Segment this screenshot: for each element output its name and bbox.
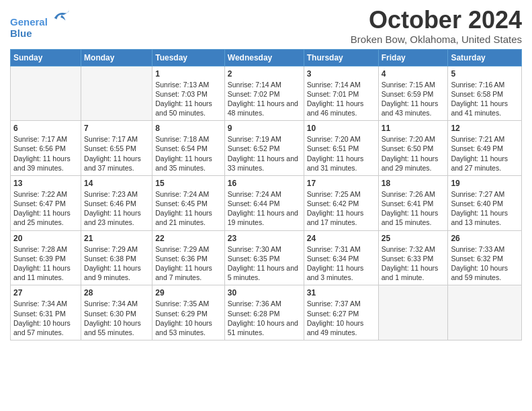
day-cell: 2Sunrise: 7:14 AMSunset: 7:02 PMDaylight…: [224, 66, 304, 121]
page-title: October 2024: [351, 7, 522, 34]
day-cell: 5Sunrise: 7:16 AMSunset: 6:58 PMDaylight…: [448, 66, 522, 121]
day-info: Sunrise: 7:17 AMSunset: 6:56 PMDaylight:…: [13, 134, 78, 173]
day-cell: 21Sunrise: 7:29 AMSunset: 6:38 PMDayligh…: [81, 230, 152, 285]
day-info: Sunrise: 7:14 AMSunset: 7:02 PMDaylight:…: [228, 80, 301, 118]
day-cell: 26Sunrise: 7:33 AMSunset: 6:32 PMDayligh…: [448, 230, 522, 285]
day-cell: 15Sunrise: 7:24 AMSunset: 6:45 PMDayligh…: [152, 175, 225, 230]
day-number: 18: [382, 179, 445, 188]
day-number: 11: [382, 124, 445, 133]
day-number: 4: [382, 69, 445, 79]
day-cell: 9Sunrise: 7:19 AMSunset: 6:52 PMDaylight…: [224, 121, 304, 176]
day-info: Sunrise: 7:26 AMSunset: 6:41 PMDaylight:…: [382, 189, 445, 228]
day-cell: 18Sunrise: 7:26 AMSunset: 6:41 PMDayligh…: [378, 175, 448, 230]
day-number: 22: [155, 234, 222, 243]
day-info: Sunrise: 7:34 AMSunset: 6:31 PMDaylight:…: [13, 299, 78, 337]
day-number: 15: [155, 179, 222, 188]
day-number: 16: [228, 179, 301, 188]
day-info: Sunrise: 7:29 AMSunset: 6:36 PMDaylight:…: [155, 244, 222, 283]
day-number: 27: [13, 288, 78, 298]
day-number: 2: [228, 69, 301, 79]
day-number: 17: [307, 179, 375, 188]
day-cell: 7Sunrise: 7:17 AMSunset: 6:55 PMDaylight…: [81, 121, 152, 176]
header-row: SundayMondayTuesdayWednesdayThursdayFrid…: [11, 49, 522, 66]
day-info: Sunrise: 7:15 AMSunset: 6:59 PMDaylight:…: [382, 80, 445, 118]
day-cell: 8Sunrise: 7:18 AMSunset: 6:54 PMDaylight…: [152, 121, 225, 176]
day-number: 31: [307, 288, 375, 298]
day-info: Sunrise: 7:25 AMSunset: 6:42 PMDaylight:…: [307, 189, 375, 228]
day-cell: 31Sunrise: 7:37 AMSunset: 6:27 PMDayligh…: [304, 285, 378, 340]
title-block: October 2024 Broken Bow, Oklahoma, Unite…: [351, 7, 522, 45]
day-info: Sunrise: 7:23 AMSunset: 6:46 PMDaylight:…: [84, 189, 149, 228]
day-cell: 29Sunrise: 7:35 AMSunset: 6:29 PMDayligh…: [152, 285, 225, 340]
day-number: 10: [307, 124, 375, 133]
day-info: Sunrise: 7:37 AMSunset: 6:27 PMDaylight:…: [307, 299, 375, 337]
day-cell: [448, 285, 522, 340]
day-cell: 28Sunrise: 7:34 AMSunset: 6:30 PMDayligh…: [81, 285, 152, 340]
week-row-3: 13Sunrise: 7:22 AMSunset: 6:47 PMDayligh…: [11, 175, 522, 230]
day-number: 21: [84, 234, 149, 243]
col-header-sunday: Sunday: [11, 49, 81, 66]
day-cell: 27Sunrise: 7:34 AMSunset: 6:31 PMDayligh…: [11, 285, 81, 340]
week-row-4: 20Sunrise: 7:28 AMSunset: 6:39 PMDayligh…: [11, 230, 522, 285]
day-cell: 20Sunrise: 7:28 AMSunset: 6:39 PMDayligh…: [11, 230, 81, 285]
day-number: 25: [382, 234, 445, 243]
day-info: Sunrise: 7:13 AMSunset: 7:03 PMDaylight:…: [155, 80, 222, 118]
day-info: Sunrise: 7:35 AMSunset: 6:29 PMDaylight:…: [155, 299, 222, 337]
day-cell: 4Sunrise: 7:15 AMSunset: 6:59 PMDaylight…: [378, 66, 448, 121]
day-number: 14: [84, 179, 149, 188]
day-number: 6: [13, 124, 78, 133]
day-info: Sunrise: 7:17 AMSunset: 6:55 PMDaylight:…: [84, 134, 149, 173]
day-info: Sunrise: 7:21 AMSunset: 6:49 PMDaylight:…: [451, 134, 519, 173]
day-cell: 6Sunrise: 7:17 AMSunset: 6:56 PMDaylight…: [11, 121, 81, 176]
day-number: 1: [155, 69, 222, 79]
day-cell: 22Sunrise: 7:29 AMSunset: 6:36 PMDayligh…: [152, 230, 225, 285]
day-cell: [81, 66, 152, 121]
day-info: Sunrise: 7:33 AMSunset: 6:32 PMDaylight:…: [451, 244, 519, 283]
day-cell: 1Sunrise: 7:13 AMSunset: 7:03 PMDaylight…: [152, 66, 225, 121]
day-cell: 13Sunrise: 7:22 AMSunset: 6:47 PMDayligh…: [11, 175, 81, 230]
page-subtitle: Broken Bow, Oklahoma, United States: [351, 34, 522, 45]
day-info: Sunrise: 7:24 AMSunset: 6:45 PMDaylight:…: [155, 189, 222, 228]
day-info: Sunrise: 7:27 AMSunset: 6:40 PMDaylight:…: [451, 189, 519, 228]
day-info: Sunrise: 7:14 AMSunset: 7:01 PMDaylight:…: [307, 80, 375, 118]
calendar-table: SundayMondayTuesdayWednesdayThursdayFrid…: [10, 49, 522, 340]
day-cell: 30Sunrise: 7:36 AMSunset: 6:28 PMDayligh…: [224, 285, 304, 340]
day-info: Sunrise: 7:28 AMSunset: 6:39 PMDaylight:…: [13, 244, 78, 283]
day-number: 24: [307, 234, 375, 243]
day-cell: [11, 66, 81, 121]
week-row-2: 6Sunrise: 7:17 AMSunset: 6:56 PMDaylight…: [11, 121, 522, 176]
col-header-monday: Monday: [81, 49, 152, 66]
col-header-thursday: Thursday: [304, 49, 378, 66]
day-number: 28: [84, 288, 149, 298]
day-number: 7: [84, 124, 149, 133]
day-info: Sunrise: 7:31 AMSunset: 6:34 PMDaylight:…: [307, 244, 375, 283]
day-cell: 10Sunrise: 7:20 AMSunset: 6:51 PMDayligh…: [304, 121, 378, 176]
day-cell: 23Sunrise: 7:30 AMSunset: 6:35 PMDayligh…: [224, 230, 304, 285]
day-info: Sunrise: 7:20 AMSunset: 6:50 PMDaylight:…: [382, 134, 445, 173]
day-cell: 11Sunrise: 7:20 AMSunset: 6:50 PMDayligh…: [378, 121, 448, 176]
day-cell: 3Sunrise: 7:14 AMSunset: 7:01 PMDaylight…: [304, 66, 378, 121]
day-info: Sunrise: 7:32 AMSunset: 6:33 PMDaylight:…: [382, 244, 445, 283]
day-cell: 19Sunrise: 7:27 AMSunset: 6:40 PMDayligh…: [448, 175, 522, 230]
day-number: 19: [451, 179, 519, 188]
logo-text: General: [10, 7, 71, 28]
col-header-friday: Friday: [378, 49, 448, 66]
day-info: Sunrise: 7:18 AMSunset: 6:54 PMDaylight:…: [155, 134, 222, 173]
day-info: Sunrise: 7:34 AMSunset: 6:30 PMDaylight:…: [84, 299, 149, 337]
logo: General Blue: [10, 7, 71, 39]
day-number: 12: [451, 124, 519, 133]
day-info: Sunrise: 7:19 AMSunset: 6:52 PMDaylight:…: [228, 134, 301, 173]
day-number: 20: [13, 234, 78, 243]
day-number: 8: [155, 124, 222, 133]
day-number: 9: [228, 124, 301, 133]
day-cell: 25Sunrise: 7:32 AMSunset: 6:33 PMDayligh…: [378, 230, 448, 285]
day-info: Sunrise: 7:20 AMSunset: 6:51 PMDaylight:…: [307, 134, 375, 173]
day-cell: 24Sunrise: 7:31 AMSunset: 6:34 PMDayligh…: [304, 230, 378, 285]
day-cell: [378, 285, 448, 340]
day-number: 23: [228, 234, 301, 243]
day-number: 3: [307, 69, 375, 79]
week-row-5: 27Sunrise: 7:34 AMSunset: 6:31 PMDayligh…: [11, 285, 522, 340]
day-cell: 16Sunrise: 7:24 AMSunset: 6:44 PMDayligh…: [224, 175, 304, 230]
day-info: Sunrise: 7:16 AMSunset: 6:58 PMDaylight:…: [451, 80, 519, 118]
day-info: Sunrise: 7:36 AMSunset: 6:28 PMDaylight:…: [228, 299, 301, 337]
